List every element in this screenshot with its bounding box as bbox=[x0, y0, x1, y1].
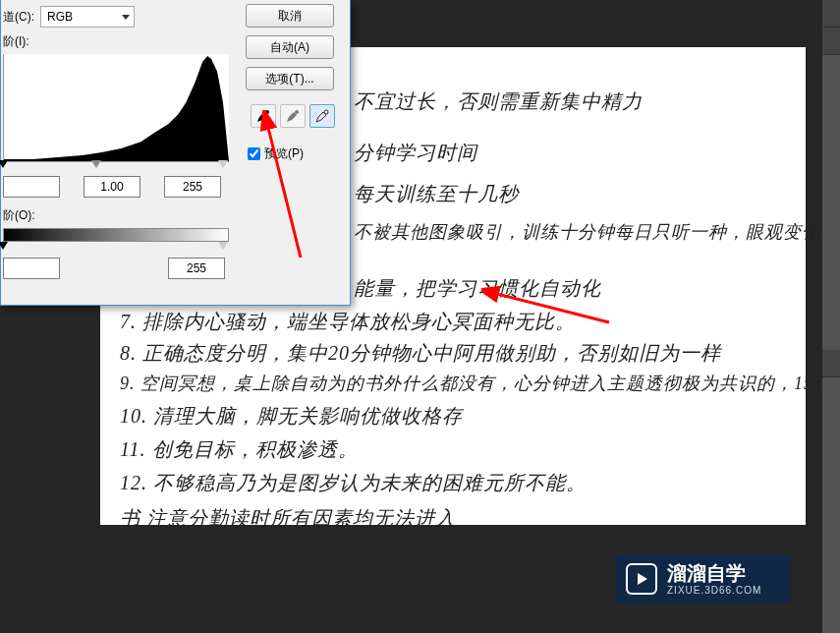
doc-line: 书 注意分勤读时所有因素均无法进入 bbox=[120, 505, 456, 532]
output-slider[interactable] bbox=[3, 244, 229, 254]
doc-line: 每天训练至十几秒 bbox=[354, 181, 519, 207]
output-white-field[interactable] bbox=[168, 258, 225, 279]
play-icon bbox=[626, 563, 657, 595]
black-eyedropper-icon[interactable] bbox=[251, 104, 276, 128]
gray-point-handle[interactable] bbox=[91, 160, 101, 168]
watermark-title: 溜溜自学 bbox=[667, 563, 761, 583]
doc-line: 分钟学习时间 bbox=[354, 140, 477, 166]
input-label: 阶(I): bbox=[1, 33, 234, 50]
white-eyedropper-icon[interactable] bbox=[309, 104, 335, 128]
doc-line: 11. 创免目标，积极渗透。 bbox=[120, 436, 359, 463]
cancel-button[interactable]: 取消 bbox=[246, 4, 334, 28]
input-black-field[interactable] bbox=[3, 176, 60, 198]
chevron-down-icon bbox=[122, 15, 130, 20]
panel-tab[interactable] bbox=[822, 350, 840, 377]
output-label: 阶(O): bbox=[3, 207, 234, 224]
input-slider[interactable] bbox=[3, 162, 229, 172]
doc-line: 12. 不够稳高乃为是图岁认为未来的困难元所不能。 bbox=[120, 470, 587, 496]
input-gamma-field[interactable] bbox=[84, 176, 140, 198]
svg-point-0 bbox=[265, 110, 269, 114]
right-panel-strip bbox=[822, 0, 840, 633]
svg-point-1 bbox=[295, 110, 299, 114]
output-black-field[interactable] bbox=[3, 258, 60, 279]
levels-dialog: 道(C): RGB 阶(I): bbox=[0, 0, 351, 306]
preview-checkbox[interactable] bbox=[248, 147, 260, 160]
doc-line: 不宜过长，否则需重新集中精力 bbox=[354, 88, 643, 115]
channel-label: 道(C): bbox=[3, 9, 34, 26]
watermark-subtitle: ZIXUE.3D66.COM bbox=[667, 585, 761, 596]
black-point-handle[interactable] bbox=[0, 160, 8, 168]
white-point-handle[interactable] bbox=[218, 160, 228, 168]
watermark: 溜溜自学 ZIXUE.3D66.COM bbox=[616, 554, 791, 604]
output-black-handle[interactable] bbox=[0, 242, 8, 250]
preview-checkbox-row[interactable]: 预览(P) bbox=[246, 145, 340, 162]
doc-line: 10. 清理大脑，脚无关影响优做收格存 bbox=[120, 403, 463, 430]
output-white-handle[interactable] bbox=[218, 242, 228, 250]
gray-eyedropper-icon[interactable] bbox=[280, 104, 306, 128]
doc-line: 不被其他图象吸引，训练十分钟每日只听一种，眼观变化 bbox=[354, 220, 820, 244]
panel-tab[interactable] bbox=[822, 0, 840, 28]
svg-point-2 bbox=[324, 110, 328, 114]
doc-line: 能量，把学习习惯化自动化 bbox=[354, 275, 601, 302]
channel-select[interactable]: RGB bbox=[40, 6, 135, 28]
doc-line: 7. 排除内心骚动，端坐导体放松身心冥面种无比。 bbox=[120, 309, 576, 335]
auto-button[interactable]: 自动(A) bbox=[246, 35, 334, 59]
preview-label: 预览(P) bbox=[264, 145, 304, 162]
doc-line: 8. 正确态度分明，集中20分钟物心中阿用做别助，否别如旧为一样 bbox=[120, 340, 721, 367]
histogram bbox=[3, 54, 229, 162]
channel-value: RGB bbox=[47, 10, 73, 24]
output-gradient bbox=[3, 228, 229, 242]
options-button[interactable]: 选项(T)... bbox=[246, 67, 334, 90]
input-white-field[interactable] bbox=[164, 176, 221, 198]
doc-line: 9. 空间冥想，桌上除自动为的书外什么都没有，心分钟进入主题透彻极为共识的，15… bbox=[120, 372, 840, 395]
panel-tab[interactable] bbox=[822, 28, 840, 55]
